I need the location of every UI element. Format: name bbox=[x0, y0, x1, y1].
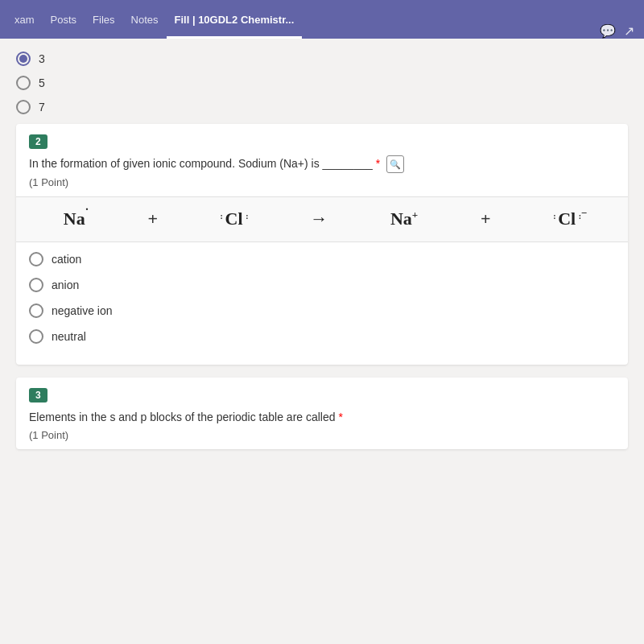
tab-fill[interactable]: Fill | 10GDL2 Chemistr... bbox=[167, 0, 303, 39]
required-star-q3: * bbox=[338, 411, 342, 423]
question3-badge: 3 bbox=[29, 388, 47, 402]
option-5-label: 5 bbox=[39, 76, 45, 89]
question2-badge: 2 bbox=[29, 134, 47, 149]
option-7-label: 7 bbox=[39, 101, 45, 114]
reaction-arrow: → bbox=[310, 208, 328, 229]
expand-icon[interactable]: ↗ bbox=[624, 23, 634, 39]
question2-text: In the formation of given ionic compound… bbox=[29, 155, 615, 173]
option-3[interactable]: 3 bbox=[16, 52, 628, 66]
radio-negative-ion[interactable] bbox=[29, 303, 43, 318]
radio-button-3[interactable] bbox=[16, 52, 31, 66]
option-cation-label: cation bbox=[52, 253, 81, 266]
question3-text: Elements in the s and p blocks of the pe… bbox=[29, 409, 615, 426]
tab-notes[interactable]: Notes bbox=[123, 0, 167, 39]
option-7[interactable]: 7 bbox=[16, 100, 628, 114]
question2-header: 2 In the formation of given ionic compou… bbox=[16, 124, 628, 188]
option-cation[interactable]: cation bbox=[29, 252, 615, 266]
question2-card: 2 In the formation of given ionic compou… bbox=[16, 124, 628, 365]
chemistry-diagram: Na + : Cl : → Na+ + : Cl : − bbox=[16, 196, 628, 242]
radio-neutral[interactable] bbox=[29, 329, 43, 344]
content-area: 3 5 7 2 In the formation of given ionic … bbox=[0, 39, 644, 644]
na-neutral-element: Na bbox=[64, 208, 85, 229]
tab-xam[interactable]: xam bbox=[6, 0, 43, 39]
question3-card: 3 Elements in the s and p blocks of the … bbox=[16, 378, 628, 449]
chat-icon[interactable]: 💬 bbox=[600, 23, 616, 39]
top-navigation-bar: xam Posts Files Notes Fill | 10GDL2 Chem… bbox=[0, 0, 644, 39]
tab-files[interactable]: Files bbox=[85, 0, 122, 39]
option-anion-label: anion bbox=[52, 279, 79, 291]
radio-anion[interactable] bbox=[29, 278, 43, 292]
option-3-label: 3 bbox=[39, 52, 45, 65]
cl-anion-element: : Cl : − bbox=[553, 208, 580, 229]
plus-operator-1: + bbox=[147, 208, 158, 229]
option-negative-ion[interactable]: negative ion bbox=[29, 303, 615, 318]
top-icons-group: 💬 ↗ bbox=[600, 23, 644, 39]
cl-neutral-element: : Cl : bbox=[221, 208, 248, 229]
question2-answers: cation anion negative ion neutral bbox=[16, 242, 628, 365]
required-star-q2: * bbox=[376, 157, 380, 170]
question3-header: 3 Elements in the s and p blocks of the … bbox=[16, 378, 628, 441]
option-anion[interactable]: anion bbox=[29, 278, 615, 292]
na-cation-element: Na+ bbox=[390, 208, 418, 229]
option-negative-ion-label: negative ion bbox=[52, 304, 113, 317]
plus-operator-2: + bbox=[481, 208, 491, 229]
option-5[interactable]: 5 bbox=[16, 76, 628, 90]
question2-points: (1 Point) bbox=[29, 176, 615, 188]
option-neutral-label: neutral bbox=[52, 330, 86, 343]
radio-cation[interactable] bbox=[29, 252, 43, 266]
question1-options: 3 5 7 bbox=[16, 52, 628, 114]
radio-button-7[interactable] bbox=[16, 100, 31, 114]
radio-button-5[interactable] bbox=[16, 76, 31, 90]
translate-icon-q2[interactable]: 🔍 bbox=[386, 155, 404, 173]
tab-posts[interactable]: Posts bbox=[43, 0, 85, 39]
question3-points: (1 Point) bbox=[29, 429, 615, 441]
option-neutral[interactable]: neutral bbox=[29, 329, 615, 344]
nav-tabs-container: xam Posts Files Notes Fill | 10GDL2 Chem… bbox=[0, 0, 302, 39]
